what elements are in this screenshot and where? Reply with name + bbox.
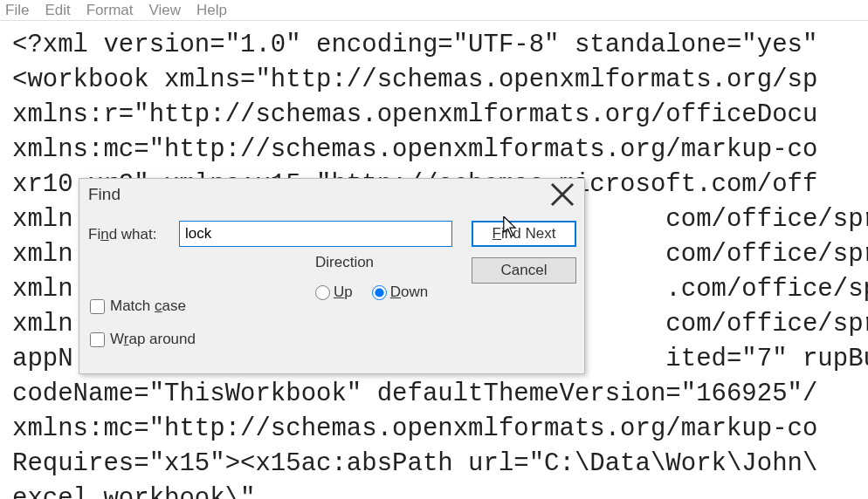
direction-down-input[interactable] xyxy=(372,285,387,300)
direction-down-radio[interactable]: Down xyxy=(372,284,428,301)
direction-up-input[interactable] xyxy=(315,285,330,300)
find-title-bar: Find xyxy=(79,179,584,210)
find-what-input[interactable] xyxy=(179,221,452,247)
match-case-checkbox[interactable]: Match case xyxy=(90,297,186,315)
menu-view[interactable]: View xyxy=(149,2,182,19)
direction-label: Direction xyxy=(315,254,374,270)
direction-up-radio[interactable]: Up xyxy=(315,284,353,301)
menu-file[interactable]: File xyxy=(5,2,29,19)
wrap-around-checkbox[interactable]: Wrap around xyxy=(90,331,196,348)
find-next-button[interactable]: Find Next xyxy=(472,221,576,247)
find-dialog: Find Find what: Find Next Cancel Match c… xyxy=(79,178,585,374)
match-case-input[interactable] xyxy=(90,299,105,314)
menu-help[interactable]: Help xyxy=(196,2,227,19)
menu-format[interactable]: Format xyxy=(86,2,134,19)
menu-edit[interactable]: Edit xyxy=(45,2,70,19)
close-icon[interactable] xyxy=(549,181,575,208)
find-title: Find xyxy=(88,185,121,204)
find-what-label: Find what: xyxy=(88,226,156,243)
wrap-around-input[interactable] xyxy=(90,332,105,347)
menu-bar: File Edit Format View Help xyxy=(0,0,868,21)
direction-group: Direction Up Down xyxy=(315,254,525,325)
